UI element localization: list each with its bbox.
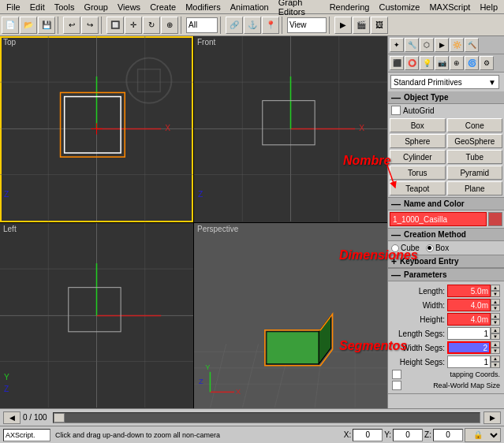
viewport-left[interactable]: Left Y Z <box>0 223 193 409</box>
panel-tab-utilities[interactable]: 🔨 <box>465 38 479 52</box>
panel-geom[interactable]: ⬛ <box>390 56 404 70</box>
mapping-checkbox[interactable] <box>392 370 401 379</box>
menu-tools[interactable]: Tools <box>50 2 80 13</box>
height-segs-up[interactable]: ▲ <box>491 356 500 362</box>
tb-render1[interactable]: ▶ <box>334 17 352 34</box>
selection-lock[interactable]: 🔒 <box>465 428 501 442</box>
creation-method-header[interactable]: — Creation Method <box>388 229 504 241</box>
length-input[interactable] <box>447 285 491 297</box>
menu-edit[interactable]: Edit <box>25 2 50 13</box>
panel-tab-hierarchy[interactable]: ⬡ <box>420 38 434 52</box>
object-type-header[interactable]: — Object Type <box>388 91 504 104</box>
tb-snap2[interactable]: ⚓ <box>244 17 261 34</box>
obj-geosphere[interactable]: GeoSphere <box>447 134 503 148</box>
tb-new[interactable]: 📄 <box>2 17 19 34</box>
tb-rotate[interactable]: ↻ <box>143 17 160 34</box>
panel-shape[interactable]: ⭕ <box>405 56 419 70</box>
panel-sys[interactable]: ⚙ <box>480 56 494 70</box>
width-down[interactable]: ▼ <box>491 305 500 311</box>
height-input[interactable] <box>447 313 491 326</box>
keyboard-entry-header[interactable]: + Keyboard Entry <box>388 255 504 268</box>
width-segs-up[interactable]: ▲ <box>491 341 500 348</box>
menu-create[interactable]: Create <box>145 2 181 13</box>
panel-tab-create[interactable]: ✦ <box>390 38 404 52</box>
length-segs-up[interactable]: ▲ <box>491 327 500 333</box>
width-segs-input[interactable] <box>447 341 491 354</box>
length-up[interactable]: ▲ <box>491 285 500 291</box>
width-up[interactable]: ▲ <box>491 299 500 305</box>
tb-scale[interactable]: ⊕ <box>161 17 178 34</box>
obj-cylinder[interactable]: Cylinder <box>390 150 446 164</box>
menu-rendering[interactable]: Rendering <box>325 2 375 13</box>
obj-sphere[interactable]: Sphere <box>390 134 446 148</box>
box-radio[interactable] <box>426 244 434 252</box>
length-segs-down[interactable]: ▼ <box>491 333 500 340</box>
object-type-section: — Object Type AutoGrid Box Cone Sphere G… <box>388 91 504 198</box>
panel-tab-display[interactable]: 🔆 <box>450 38 464 52</box>
timeline-right[interactable]: ▶ <box>483 411 501 424</box>
height-segs-input[interactable] <box>447 356 491 368</box>
realworld-checkbox[interactable] <box>392 381 401 390</box>
axscript-field[interactable]: AXScript. <box>3 429 50 441</box>
obj-pyramid[interactable]: Pyramid <box>447 166 503 180</box>
menu-group[interactable]: Group <box>79 2 113 13</box>
timeline-left[interactable]: ◀ <box>3 411 21 424</box>
panel-spacewarp[interactable]: 🌀 <box>465 56 479 70</box>
height-up[interactable]: ▲ <box>491 313 500 319</box>
cube-option[interactable]: Cube <box>391 244 420 252</box>
tb-undo[interactable]: ↩ <box>63 17 80 34</box>
tb-view-dropdown[interactable]: View <box>287 17 327 33</box>
menu-file[interactable]: File <box>2 2 25 13</box>
tb-all-dropdown[interactable]: All <box>186 17 218 33</box>
width-segs-down[interactable]: ▼ <box>491 348 500 354</box>
menu-help[interactable]: Help <box>475 2 502 13</box>
tb-redo[interactable]: ↪ <box>81 17 99 34</box>
panel-light[interactable]: 💡 <box>420 56 434 70</box>
tb-snap3[interactable]: 📍 <box>262 17 279 34</box>
tb-save[interactable]: 💾 <box>38 17 55 34</box>
height-down[interactable]: ▼ <box>491 319 500 326</box>
menu-views[interactable]: Views <box>113 2 145 13</box>
autogrid-checkbox[interactable] <box>391 106 401 115</box>
panel-helper[interactable]: ⊕ <box>450 56 464 70</box>
menu-graph-editors[interactable]: Graph Editors <box>274 0 325 17</box>
std-primitives-dropdown[interactable]: Standard Primitives ▼ <box>390 75 499 89</box>
height-segs-down[interactable]: ▼ <box>491 362 500 368</box>
timeline-track[interactable] <box>53 412 480 423</box>
obj-teapot[interactable]: Teapot <box>390 181 446 195</box>
length-segs-input[interactable] <box>447 327 491 340</box>
cube-radio[interactable] <box>391 244 399 252</box>
parameters-header[interactable]: — Parameters <box>388 269 504 281</box>
object-name-input[interactable] <box>390 212 487 226</box>
z-coord-input[interactable] <box>433 429 463 441</box>
viewport-front[interactable]: Front X Z <box>194 36 387 222</box>
tb-render3[interactable]: 🖼 <box>371 17 388 34</box>
panel-tab-modify[interactable]: 🔧 <box>405 38 419 52</box>
obj-plane[interactable]: Plane <box>447 181 503 195</box>
obj-box[interactable]: Box <box>390 118 446 132</box>
tb-render2[interactable]: 🎬 <box>353 17 370 34</box>
obj-tube[interactable]: Tube <box>447 150 503 164</box>
panel-tab-motion[interactable]: ▶ <box>435 38 449 52</box>
z-coord-label: Z: <box>424 430 431 439</box>
tb-move[interactable]: ✛ <box>125 17 142 34</box>
viewport-perspective[interactable]: Perspective <box>194 223 387 409</box>
length-down[interactable]: ▼ <box>491 291 500 297</box>
color-swatch[interactable] <box>488 212 502 226</box>
obj-cone[interactable]: Cone <box>447 118 503 132</box>
width-input[interactable] <box>447 299 491 311</box>
obj-torus[interactable]: Torus <box>390 166 446 180</box>
menu-maxscript[interactable]: MAXScript <box>424 2 475 13</box>
viewport-top[interactable]: Top <box>0 36 193 222</box>
tb-open[interactable]: 📂 <box>20 17 37 34</box>
x-coord-input[interactable] <box>353 429 383 441</box>
menu-customize[interactable]: Customize <box>374 2 424 13</box>
tb-snap[interactable]: 🔗 <box>226 17 243 34</box>
menu-animation[interactable]: Animation <box>226 2 274 13</box>
tb-select[interactable]: 🔲 <box>106 17 124 34</box>
panel-camera[interactable]: 📷 <box>435 56 449 70</box>
y-coord-input[interactable] <box>393 429 423 441</box>
menu-modifiers[interactable]: Modifiers <box>181 2 226 13</box>
box-option[interactable]: Box <box>426 244 449 252</box>
name-color-header[interactable]: — Name and Color <box>388 198 504 210</box>
